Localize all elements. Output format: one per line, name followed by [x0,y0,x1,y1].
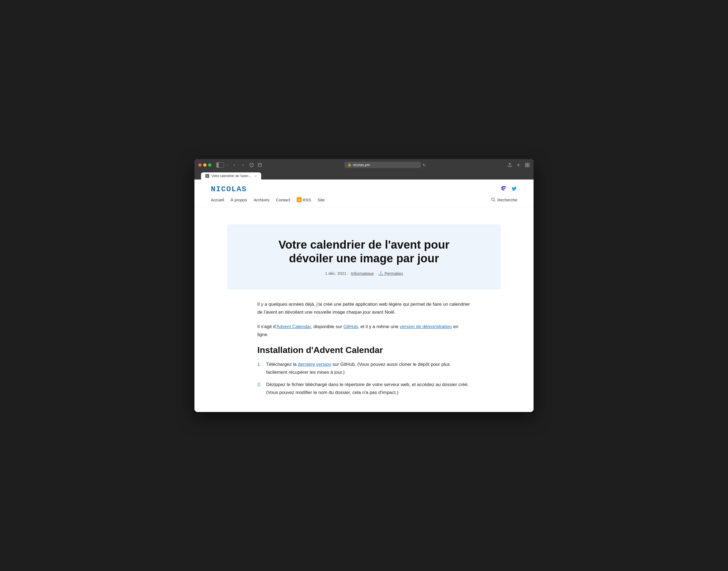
site-header-top: NICOLAS [211,185,517,194]
article-hero: Votre calendrier de l'avent pour dévoile… [227,224,501,290]
share-button[interactable] [507,162,512,167]
website-content: NICOLAS [194,180,534,412]
twitter-icon[interactable] [511,186,517,193]
back-button[interactable]: ‹ [232,162,238,168]
tab-title: Votre calendrier de l'avent… [211,174,252,178]
article-date: 1 déc. 2021 [325,271,347,276]
intro-p2-mid2: , et il y a même une [358,324,400,329]
nav-accueil[interactable]: Accueil [211,198,224,202]
reload-button[interactable]: ↻ [423,163,426,167]
svg-point-0 [251,164,252,165]
tab-bar: N Votre calendrier de l'avent… ✕ [198,173,530,180]
shield-icon [249,162,254,168]
active-tab[interactable]: N Votre calendrier de l'avent… ✕ [201,173,261,180]
address-bar-area: 🔒 nicolas.pm ↻ [271,162,499,168]
demo-link[interactable]: version de démonstration [400,324,452,329]
close-button[interactable] [198,163,201,167]
maximize-button[interactable] [208,163,211,167]
tab-icon [257,162,263,168]
social-icons [501,186,517,193]
article-permalink[interactable]: ⚓ Permalien [378,271,403,276]
svg-rect-6 [528,165,529,167]
tab-grid-button[interactable] [525,162,530,167]
rss-icon [297,197,302,202]
search-icon [491,198,495,202]
address-bar[interactable]: 🔒 nicolas.pm [344,162,421,168]
browser-actions [507,162,530,167]
svg-rect-1 [258,163,261,167]
article-content: Il y a quelques années déjà, j'ai créé u… [241,290,487,412]
svg-rect-2 [259,164,261,165]
article-title: Votre calendrier de l'avent pour dévoile… [268,238,460,265]
site-logo[interactable]: NICOLAS [211,185,247,194]
article-meta-dot2: · [375,271,377,276]
intro-p2-before: Il s'agit d' [257,324,276,329]
list-number-1: 1. [257,361,263,376]
rss-nav-item[interactable]: RSS [297,197,311,202]
svg-rect-5 [525,165,527,167]
url-display: nicolas.pm [353,163,370,167]
forward-button[interactable]: › [240,162,246,168]
intro-paragraph-2: Il s'agit d'Advent Calendar, disponible … [257,323,471,339]
article-meta: 1 déc. 2021 · Informatique · ⚓ Permalien [233,271,495,276]
new-tab-button[interactable] [516,162,521,167]
site-header: NICOLAS [194,180,534,208]
list-item: 1. Téléchargez la dernière version sur G… [257,361,471,376]
browser-toolbar: ⌄ ‹ › 🔒 [198,162,530,170]
browser-window: ⌄ ‹ › 🔒 [194,159,534,412]
site-nav: Accueil À propos Archives Contact RSS [211,197,517,202]
browser-controls: ⌄ [216,162,229,168]
list-1-before: Téléchargez la [266,362,298,367]
tab-close-button[interactable]: ✕ [255,175,257,178]
browser-chrome: ⌄ ‹ › 🔒 [194,159,534,180]
article-meta-dot: · [348,271,349,276]
last-version-link[interactable]: dernière version [298,362,331,367]
svg-point-7 [298,200,299,201]
svg-rect-4 [528,163,529,165]
nav-apropos[interactable]: À propos [231,198,247,202]
list-content-1: Téléchargez la dernière version sur GitH… [266,361,471,376]
search-area[interactable]: Recherche [491,198,517,202]
nav-archives[interactable]: Archives [254,198,269,202]
nav-links: Accueil À propos Archives Contact RSS [211,197,325,202]
tab-favicon: N [205,174,209,178]
sidebar-toggle-button[interactable] [216,162,224,168]
advent-calendar-link[interactable]: Advent Calendar [276,324,311,329]
article-category-link[interactable]: Informatique [351,271,374,276]
nav-site[interactable]: Site [317,198,325,202]
svg-rect-3 [525,163,527,165]
list-content-2: Dézippez le fichier téléchargé dans le r… [266,381,471,397]
installation-list: 1. Téléchargez la dernière version sur G… [257,361,471,397]
lock-icon: 🔒 [348,163,351,167]
nav-contact[interactable]: Contact [276,198,290,202]
list-number-2: 2. [257,381,263,397]
list-item: 2. Dézippez le fichier téléchargé dans l… [257,381,471,397]
installation-heading: Installation d'Advent Calendar [257,345,471,355]
intro-paragraph-1: Il y a quelques années déjà, j'ai créé u… [257,301,471,316]
search-label: Recherche [497,198,517,202]
article-hero-wrapper: Votre calendrier de l'avent pour dévoile… [194,208,534,290]
mastodon-icon[interactable] [501,186,507,193]
github-link[interactable]: GitHub [344,324,358,329]
intro-p2-mid1: , disponible sur [311,324,344,329]
minimize-button[interactable] [203,163,206,167]
traffic-lights [198,163,211,167]
nav-rss[interactable]: RSS [303,198,311,202]
